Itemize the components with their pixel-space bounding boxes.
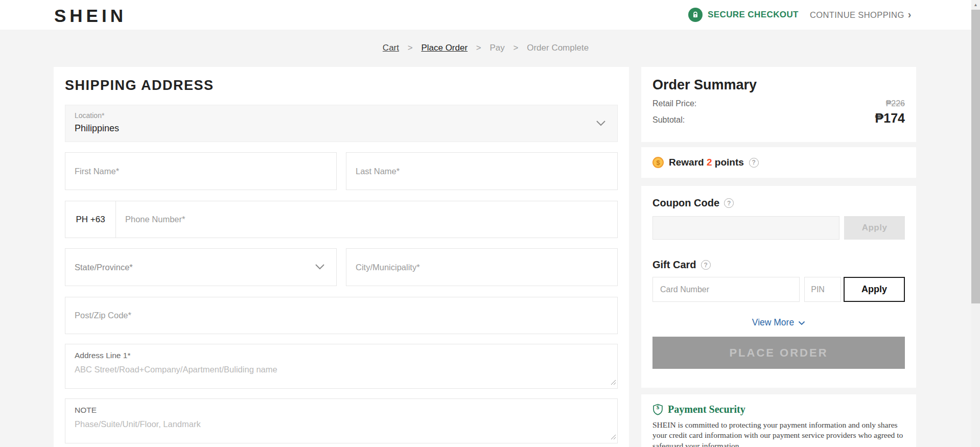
breadcrumb-place-order[interactable]: Place Order <box>421 43 468 53</box>
first-name-box <box>65 152 337 190</box>
subtotal-value: ₱174 <box>875 111 905 126</box>
payment-security-title-row: $ Payment Security <box>652 404 905 415</box>
help-icon[interactable]: ? <box>724 198 734 208</box>
coupon-apply-button[interactable]: Apply <box>844 216 905 240</box>
gift-card-apply-button[interactable]: Apply <box>844 277 905 302</box>
address-line1-textarea[interactable]: Address Line 1* ABC Street/Road+Company/… <box>65 344 618 389</box>
breadcrumb-order-complete: Order Complete <box>527 43 589 53</box>
gift-card-title: Gift Card <box>652 259 696 271</box>
address-line1-placeholder: ABC Street/Road+Company/Apartment/Bulidi… <box>75 365 608 374</box>
country-code[interactable]: PH +63 <box>65 201 116 238</box>
order-summary-column: Order Summary Retail Price: ₱226 Subtota… <box>641 67 916 447</box>
dollar-glyph: $ <box>652 404 663 410</box>
breadcrumb-separator: > <box>514 43 519 53</box>
location-select[interactable]: Location* Philippines <box>65 105 618 142</box>
coupon-section-title: Coupon Code ? <box>652 197 905 209</box>
shein-logo[interactable]: SHEIN <box>54 6 127 26</box>
reward-prefix: Reward <box>669 157 704 168</box>
help-icon[interactable]: ? <box>749 158 759 168</box>
scrollbar-up-arrow[interactable]: ▲ <box>971 0 980 9</box>
continue-shopping-link[interactable]: CONTINUE SHOPPING › <box>810 0 912 30</box>
lock-icon <box>688 8 703 22</box>
order-summary-title: Order Summary <box>652 77 905 93</box>
state-city-row: State/Province* <box>65 248 618 286</box>
chevron-down-icon <box>596 119 606 128</box>
gift-card-number-input[interactable] <box>652 277 800 302</box>
retail-price-value: ₱226 <box>886 99 905 108</box>
breadcrumb: Cart > Place Order > Pay > Order Complet… <box>0 43 971 53</box>
secure-checkout-badge: SECURE CHECKOUT <box>688 0 799 30</box>
vertical-scrollbar[interactable]: ▲ <box>971 0 980 447</box>
city-input[interactable] <box>356 263 608 272</box>
shield-icon: $ <box>652 404 663 415</box>
secure-checkout-label: SECURE CHECKOUT <box>708 10 799 20</box>
chevron-right-icon: › <box>908 9 912 19</box>
header: SHEIN SECURE CHECKOUT CONTINUE SHOPPING … <box>0 0 971 30</box>
checkout-page: SHEIN SECURE CHECKOUT CONTINUE SHOPPING … <box>0 0 980 447</box>
view-more-label: View More <box>752 317 794 328</box>
breadcrumb-pay: Pay <box>490 43 505 53</box>
shipping-address-card: SHIPPING ADDRESS Location* Philippines P… <box>54 67 629 447</box>
zip-box <box>65 297 618 334</box>
view-more-link[interactable]: View More <box>652 317 905 328</box>
coin-icon: $ <box>652 157 664 168</box>
continue-shopping-label: CONTINUE SHOPPING <box>810 10 904 20</box>
first-name-input[interactable] <box>75 167 327 176</box>
city-box <box>346 248 618 286</box>
coupon-gift-card: Coupon Code ? Apply Gift Card ? Apply Vi… <box>641 186 916 388</box>
help-icon[interactable]: ? <box>701 260 711 270</box>
subtotal-row: Subtotal: ₱174 <box>652 111 905 126</box>
location-value: Philippines <box>75 123 608 134</box>
retail-price-row: Retail Price: ₱226 <box>652 99 905 108</box>
name-row <box>65 152 618 190</box>
reward-suffix: points <box>715 157 744 168</box>
zip-code-input[interactable] <box>75 311 608 320</box>
note-textarea[interactable]: NOTE Phase/Suite/Unit/Floor, Landmark <box>65 398 618 443</box>
phone-number-input[interactable] <box>116 201 617 238</box>
breadcrumb-cart[interactable]: Cart <box>383 43 399 53</box>
coupon-code-input[interactable] <box>652 216 839 240</box>
gift-card-pin-input[interactable] <box>804 277 841 302</box>
resize-handle-icon[interactable] <box>611 378 616 387</box>
state-province-select[interactable]: State/Province* <box>65 248 337 286</box>
reward-points-count: 2 <box>707 157 712 168</box>
resize-handle-icon[interactable] <box>611 433 616 442</box>
breadcrumb-separator: > <box>476 43 481 53</box>
payment-security-body: SHEIN is committed to protecting your pa… <box>652 420 905 447</box>
chevron-down-icon <box>315 263 325 272</box>
shipping-address-title: SHIPPING ADDRESS <box>65 78 618 93</box>
coupon-row: Apply <box>652 216 905 240</box>
place-order-button[interactable]: PLACE ORDER <box>652 337 905 369</box>
gift-card-section-title: Gift Card ? <box>652 259 905 271</box>
payment-security-card: $ Payment Security SHEIN is committed to… <box>641 394 916 447</box>
subtotal-label: Subtotal: <box>652 115 685 125</box>
reward-points-card: $ Reward 2 points ? <box>641 147 916 178</box>
gift-card-row: Apply <box>652 277 905 302</box>
retail-price-label: Retail Price: <box>652 99 696 108</box>
scrollbar-thumb[interactable] <box>971 10 980 303</box>
order-summary-card: Order Summary Retail Price: ₱226 Subtota… <box>641 67 916 142</box>
payment-security-title: Payment Security <box>668 404 745 415</box>
chevron-down-icon <box>798 317 805 328</box>
state-province-placeholder: State/Province* <box>75 263 133 272</box>
phone-box: PH +63 <box>65 201 618 238</box>
breadcrumb-separator: > <box>408 43 413 53</box>
note-placeholder: Phase/Suite/Unit/Floor, Landmark <box>75 419 608 429</box>
location-label: Location* <box>75 111 608 120</box>
coupon-title: Coupon Code <box>652 197 719 209</box>
last-name-input[interactable] <box>356 167 608 176</box>
address-line1-label: Address Line 1* <box>75 351 608 360</box>
reward-text: Reward 2 points <box>669 157 744 168</box>
last-name-box <box>346 152 618 190</box>
note-label: NOTE <box>75 406 608 415</box>
